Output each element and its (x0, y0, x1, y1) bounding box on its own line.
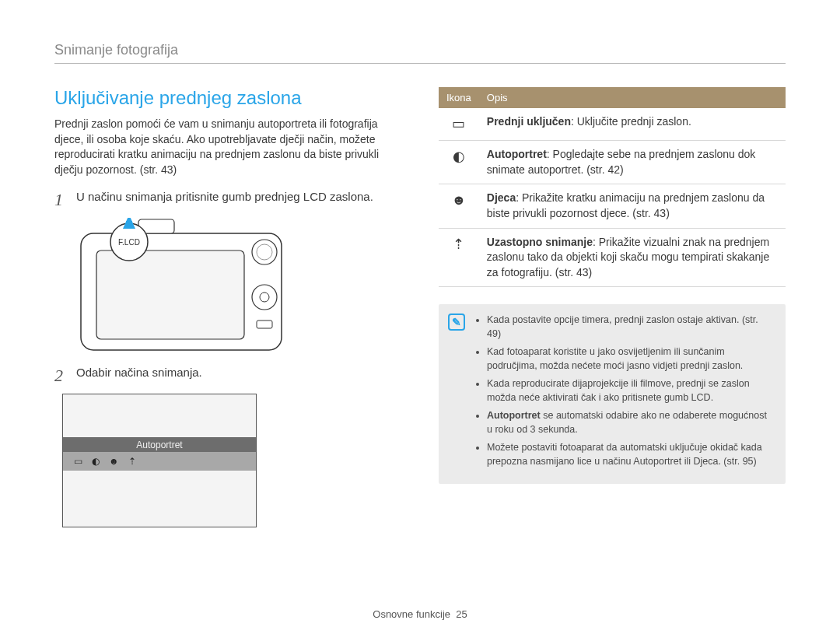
intro-paragraph: Prednji zaslon pomoći će vam u snimanju … (54, 117, 401, 177)
step-number: 2 (54, 366, 67, 386)
note-item: Kada postavite opcije timera, prednji za… (487, 313, 775, 341)
note-item: Autoportret se automatski odabire ako ne… (487, 409, 775, 436)
svg-point-2 (252, 240, 277, 264)
icon-meaning-table: Ikona Opis ▭ Prednji uključen: Uključite… (439, 87, 786, 287)
front-on-icon: ▭ (452, 116, 465, 131)
children-icon: ☻ (109, 456, 119, 467)
step-text: Odabir načina snimanja. (76, 366, 202, 386)
footer-page-number: 25 (456, 608, 467, 620)
left-column: Uključivanje prednjeg zaslona Prednji za… (54, 87, 401, 527)
row-bold: Prednji uključen (487, 115, 571, 128)
note-item: Kad fotoaparat koristite u jako osvijetl… (487, 345, 775, 373)
note-icon: ✎ (448, 313, 465, 331)
page-footer: Osnovne funkcije 25 (0, 608, 840, 620)
step-text: U načinu snimanja pritisnite gumb prednj… (76, 190, 373, 210)
table-row: ⇡ Uzastopno snimanje: Prikažite vizualni… (439, 228, 786, 287)
table-row: ◐ Autoportret: Pogledajte sebe na prednj… (439, 141, 786, 184)
row-bold: Uzastopno snimanje (487, 236, 593, 248)
th-ikona: Ikona (439, 87, 479, 108)
step-number: 1 (54, 190, 67, 210)
page-title: Uključivanje prednjeg zaslona (54, 87, 401, 109)
mode-bar-label: Autoportret (63, 437, 256, 453)
front-on-icon: ▭ (74, 456, 82, 467)
note-list: Kada postavite opcije timera, prednji za… (474, 313, 775, 473)
table-row: ▭ Prednji uključen: Uključite prednji za… (439, 108, 786, 141)
self-portrait-icon: ◐ (453, 149, 465, 164)
svg-rect-11 (126, 221, 132, 229)
jump-shot-icon: ⇡ (128, 456, 136, 467)
row-rest: : Prikažite kratku animaciju na prednjem… (487, 191, 765, 219)
row-rest: : Uključite prednji zaslon. (571, 115, 691, 128)
row-bold: Autoportret (487, 148, 547, 160)
children-icon: ☻ (451, 192, 466, 208)
mode-icon-row: ▭ ◐ ☻ ⇡ (63, 452, 256, 471)
jump-shot-icon: ⇡ (453, 236, 464, 252)
th-opis: Opis (479, 87, 786, 108)
camera-illustration: F.LCD (61, 218, 286, 352)
mode-select-illustration: Autoportret ▭ ◐ ☻ ⇡ (62, 394, 257, 527)
camera-flcd-label: F.LCD (118, 238, 140, 247)
note-box: ✎ Kada postavite opcije timera, prednji … (439, 304, 786, 484)
row-bold: Djeca (487, 191, 516, 204)
section-header: Snimanje fotografija (54, 42, 786, 64)
right-column: Ikona Opis ▭ Prednji uključen: Uključite… (439, 87, 786, 527)
footer-label: Osnovne funkcije (373, 608, 450, 620)
note-item: Kada reproducirate dijaprojekcije ili fi… (487, 377, 775, 405)
step-2: 2 Odabir načina snimanja. (54, 366, 401, 386)
note-item: Možete postaviti fotoaparat da automatsk… (487, 441, 775, 468)
svg-rect-1 (96, 250, 244, 339)
step-1: 1 U načinu snimanja pritisnite gumb pred… (54, 190, 401, 210)
self-portrait-icon: ◐ (92, 456, 100, 467)
table-row: ☻ Djeca: Prikažite kratku animaciju na p… (439, 184, 786, 228)
